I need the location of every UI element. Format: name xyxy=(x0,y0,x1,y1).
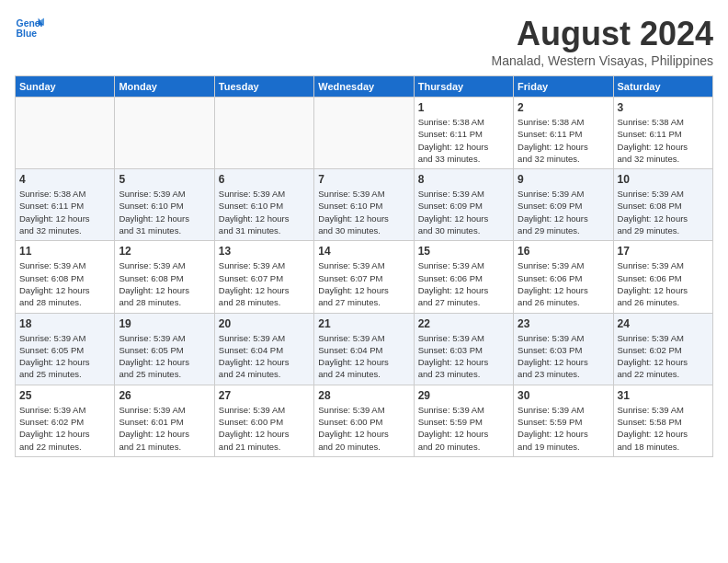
day-info: Sunrise: 5:39 AMSunset: 6:09 PMDaylight:… xyxy=(418,188,509,236)
day-number: 27 xyxy=(219,389,310,402)
svg-text:Blue: Blue xyxy=(17,29,38,39)
day-number: 11 xyxy=(19,245,110,258)
day-number: 20 xyxy=(219,317,310,330)
day-cell: 20Sunrise: 5:39 AMSunset: 6:04 PMDayligh… xyxy=(214,313,313,385)
title-section: August 2024 Manalad, Western Visayas, Ph… xyxy=(492,15,714,68)
day-number: 10 xyxy=(618,173,709,186)
day-info: Sunrise: 5:39 AMSunset: 6:10 PMDaylight:… xyxy=(318,188,409,236)
day-number: 18 xyxy=(19,317,110,330)
day-number: 3 xyxy=(618,101,709,114)
weekday-header-row: SundayMondayTuesdayWednesdayThursdayFrid… xyxy=(16,76,713,98)
day-number: 1 xyxy=(418,101,509,114)
day-number: 25 xyxy=(19,389,110,402)
day-number: 30 xyxy=(518,389,609,402)
day-number: 6 xyxy=(219,173,310,186)
day-info: Sunrise: 5:39 AMSunset: 6:05 PMDaylight:… xyxy=(19,332,110,381)
day-cell: 13Sunrise: 5:39 AMSunset: 6:07 PMDayligh… xyxy=(214,241,313,313)
day-cell: 12Sunrise: 5:39 AMSunset: 6:08 PMDayligh… xyxy=(115,241,214,313)
day-number: 5 xyxy=(119,173,210,186)
day-cell: 14Sunrise: 5:39 AMSunset: 6:07 PMDayligh… xyxy=(314,241,414,313)
day-number: 8 xyxy=(418,173,509,186)
day-info: Sunrise: 5:39 AMSunset: 6:02 PMDaylight:… xyxy=(19,404,110,453)
day-cell xyxy=(115,98,214,169)
day-cell: 2Sunrise: 5:38 AMSunset: 6:11 PMDaylight… xyxy=(514,98,613,169)
day-number: 29 xyxy=(418,389,509,402)
day-cell: 26Sunrise: 5:39 AMSunset: 6:01 PMDayligh… xyxy=(115,385,214,456)
day-number: 26 xyxy=(119,389,210,402)
day-info: Sunrise: 5:39 AMSunset: 6:06 PMDaylight:… xyxy=(518,259,609,308)
day-info: Sunrise: 5:39 AMSunset: 6:03 PMDaylight:… xyxy=(418,332,509,381)
day-info: Sunrise: 5:39 AMSunset: 6:07 PMDaylight:… xyxy=(318,259,409,308)
day-number: 28 xyxy=(318,389,409,402)
day-cell: 6Sunrise: 5:39 AMSunset: 6:10 PMDaylight… xyxy=(214,169,313,241)
day-info: Sunrise: 5:39 AMSunset: 6:08 PMDaylight:… xyxy=(19,259,110,308)
week-row-1: 1Sunrise: 5:38 AMSunset: 6:11 PMDaylight… xyxy=(16,98,713,169)
day-info: Sunrise: 5:39 AMSunset: 6:08 PMDaylight:… xyxy=(618,188,709,236)
day-cell: 31Sunrise: 5:39 AMSunset: 5:58 PMDayligh… xyxy=(613,385,712,456)
day-cell: 9Sunrise: 5:39 AMSunset: 6:09 PMDaylight… xyxy=(514,169,613,241)
weekday-saturday: Saturday xyxy=(613,76,712,98)
day-info: Sunrise: 5:38 AMSunset: 6:11 PMDaylight:… xyxy=(418,116,509,165)
day-info: Sunrise: 5:39 AMSunset: 6:10 PMDaylight:… xyxy=(219,188,310,236)
day-number: 19 xyxy=(119,317,210,330)
day-cell: 16Sunrise: 5:39 AMSunset: 6:06 PMDayligh… xyxy=(514,241,613,313)
day-number: 22 xyxy=(418,317,509,330)
day-cell: 23Sunrise: 5:39 AMSunset: 6:03 PMDayligh… xyxy=(514,313,613,385)
day-number: 17 xyxy=(618,245,709,258)
day-info: Sunrise: 5:39 AMSunset: 6:01 PMDaylight:… xyxy=(119,404,210,453)
day-number: 15 xyxy=(418,245,509,258)
day-cell: 28Sunrise: 5:39 AMSunset: 6:00 PMDayligh… xyxy=(314,385,414,456)
week-row-4: 18Sunrise: 5:39 AMSunset: 6:05 PMDayligh… xyxy=(16,313,713,385)
day-info: Sunrise: 5:39 AMSunset: 6:08 PMDaylight:… xyxy=(119,259,210,308)
day-cell: 27Sunrise: 5:39 AMSunset: 6:00 PMDayligh… xyxy=(214,385,313,456)
day-cell: 29Sunrise: 5:39 AMSunset: 5:59 PMDayligh… xyxy=(414,385,513,456)
day-info: Sunrise: 5:39 AMSunset: 6:02 PMDaylight:… xyxy=(618,332,709,381)
day-cell: 25Sunrise: 5:39 AMSunset: 6:02 PMDayligh… xyxy=(16,385,115,456)
day-cell: 10Sunrise: 5:39 AMSunset: 6:08 PMDayligh… xyxy=(613,169,712,241)
day-info: Sunrise: 5:38 AMSunset: 6:11 PMDaylight:… xyxy=(618,116,709,165)
day-number: 24 xyxy=(618,317,709,330)
day-cell: 1Sunrise: 5:38 AMSunset: 6:11 PMDaylight… xyxy=(414,98,513,169)
day-info: Sunrise: 5:39 AMSunset: 6:00 PMDaylight:… xyxy=(318,404,409,453)
weekday-tuesday: Tuesday xyxy=(214,76,313,98)
weekday-sunday: Sunday xyxy=(16,76,115,98)
day-cell: 21Sunrise: 5:39 AMSunset: 6:04 PMDayligh… xyxy=(314,313,414,385)
calendar-table: SundayMondayTuesdayWednesdayThursdayFrid… xyxy=(15,75,713,457)
day-cell: 30Sunrise: 5:39 AMSunset: 5:59 PMDayligh… xyxy=(514,385,613,456)
day-number: 13 xyxy=(219,245,310,258)
week-row-2: 4Sunrise: 5:38 AMSunset: 6:11 PMDaylight… xyxy=(16,169,713,241)
week-row-3: 11Sunrise: 5:39 AMSunset: 6:08 PMDayligh… xyxy=(16,241,713,313)
weekday-friday: Friday xyxy=(514,76,613,98)
day-info: Sunrise: 5:39 AMSunset: 6:04 PMDaylight:… xyxy=(219,332,310,381)
day-number: 4 xyxy=(19,173,110,186)
day-info: Sunrise: 5:39 AMSunset: 6:00 PMDaylight:… xyxy=(219,404,310,453)
day-cell: 7Sunrise: 5:39 AMSunset: 6:10 PMDaylight… xyxy=(314,169,414,241)
day-cell: 18Sunrise: 5:39 AMSunset: 6:05 PMDayligh… xyxy=(16,313,115,385)
logo: General Blue xyxy=(15,15,44,40)
day-info: Sunrise: 5:39 AMSunset: 6:09 PMDaylight:… xyxy=(518,188,609,236)
day-number: 31 xyxy=(618,389,709,402)
day-cell: 22Sunrise: 5:39 AMSunset: 6:03 PMDayligh… xyxy=(414,313,513,385)
page-header: General Blue August 2024 Manalad, Wester… xyxy=(15,15,713,68)
day-cell: 15Sunrise: 5:39 AMSunset: 6:06 PMDayligh… xyxy=(414,241,513,313)
day-cell: 3Sunrise: 5:38 AMSunset: 6:11 PMDaylight… xyxy=(613,98,712,169)
day-cell: 11Sunrise: 5:39 AMSunset: 6:08 PMDayligh… xyxy=(16,241,115,313)
day-info: Sunrise: 5:39 AMSunset: 6:10 PMDaylight:… xyxy=(119,188,210,236)
day-info: Sunrise: 5:39 AMSunset: 6:06 PMDaylight:… xyxy=(418,259,509,308)
day-cell: 8Sunrise: 5:39 AMSunset: 6:09 PMDaylight… xyxy=(414,169,513,241)
calendar-body: 1Sunrise: 5:38 AMSunset: 6:11 PMDaylight… xyxy=(16,98,713,457)
day-info: Sunrise: 5:39 AMSunset: 6:04 PMDaylight:… xyxy=(318,332,409,381)
day-cell: 19Sunrise: 5:39 AMSunset: 6:05 PMDayligh… xyxy=(115,313,214,385)
day-info: Sunrise: 5:39 AMSunset: 5:58 PMDaylight:… xyxy=(618,404,709,453)
day-cell: 4Sunrise: 5:38 AMSunset: 6:11 PMDaylight… xyxy=(16,169,115,241)
day-info: Sunrise: 5:39 AMSunset: 6:06 PMDaylight:… xyxy=(618,259,709,308)
day-cell xyxy=(314,98,414,169)
day-number: 7 xyxy=(318,173,409,186)
weekday-thursday: Thursday xyxy=(414,76,513,98)
day-info: Sunrise: 5:39 AMSunset: 5:59 PMDaylight:… xyxy=(518,404,609,453)
day-info: Sunrise: 5:38 AMSunset: 6:11 PMDaylight:… xyxy=(518,116,609,165)
day-number: 9 xyxy=(518,173,609,186)
day-cell xyxy=(214,98,313,169)
calendar-title: August 2024 xyxy=(492,15,714,53)
day-info: Sunrise: 5:39 AMSunset: 6:05 PMDaylight:… xyxy=(119,332,210,381)
